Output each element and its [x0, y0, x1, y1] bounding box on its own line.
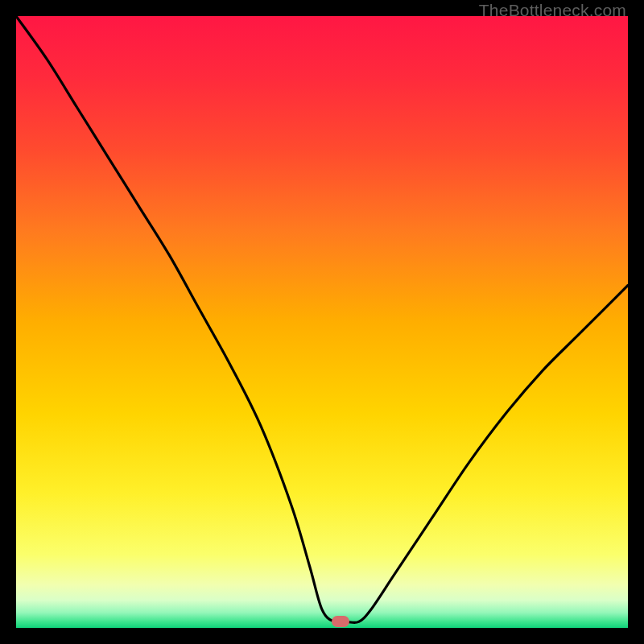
optimum-marker: [332, 616, 349, 627]
bottleneck-curve: [16, 16, 628, 623]
plot-area: [16, 16, 628, 628]
curve-layer: [16, 16, 628, 628]
watermark-text: TheBottleneck.com: [479, 1, 626, 20]
chart-frame: TheBottleneck.com: [0, 0, 644, 644]
